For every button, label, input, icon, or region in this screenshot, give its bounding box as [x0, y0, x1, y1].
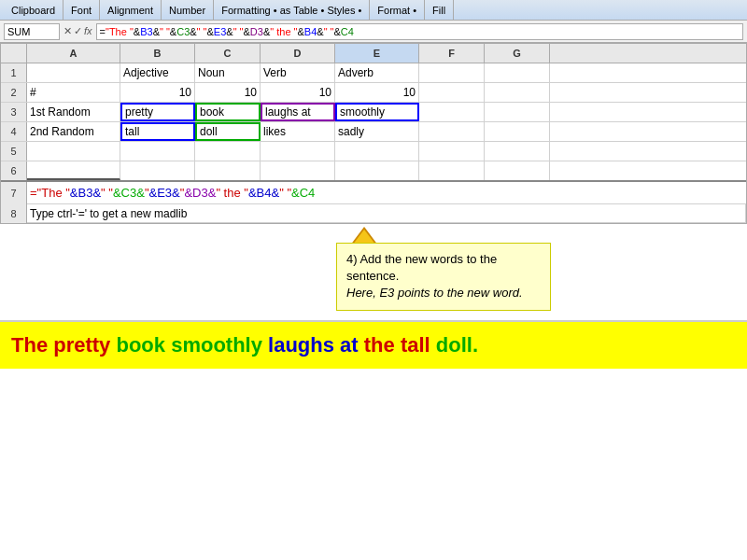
- cell-d3[interactable]: laughs at: [261, 103, 335, 121]
- sentence-pretty: pretty: [53, 333, 116, 357]
- column-headers: A B C D E F G: [1, 44, 746, 63]
- sentence-doll: doll.: [436, 333, 478, 357]
- table-row: 1 Adjective Noun Verb Adverb: [1, 63, 746, 83]
- font-section: Font: [63, 0, 100, 20]
- sentence-tall: tall: [401, 333, 436, 357]
- cell-d1[interactable]: Verb: [261, 63, 335, 82]
- row-num-1: 1: [1, 63, 27, 82]
- cell-c3[interactable]: book: [195, 103, 261, 121]
- name-box-value: SUM: [7, 26, 30, 37]
- cell-b1[interactable]: Adjective: [120, 63, 195, 82]
- col-header-a[interactable]: A: [27, 44, 120, 63]
- col-header-e[interactable]: E: [335, 44, 419, 63]
- tooltip-detail: Here, E3 points to the new word.: [346, 285, 541, 301]
- cell-d6[interactable]: [261, 161, 335, 180]
- clipboard-label: Clipboard: [11, 5, 55, 16]
- fill-section: Fill: [425, 0, 454, 20]
- cell-e5[interactable]: [335, 142, 419, 161]
- number-label: Number: [169, 5, 205, 16]
- cell-a3[interactable]: 1st Random: [27, 103, 120, 121]
- cell-f3[interactable]: [419, 103, 485, 121]
- row-num-7: 7: [1, 182, 27, 204]
- table-row: 4 2nd Random tall doll likes sadly: [1, 122, 746, 142]
- cell-e4[interactable]: sadly: [335, 122, 419, 141]
- cell-a6[interactable]: [27, 161, 120, 180]
- cell-f1[interactable]: [419, 63, 485, 82]
- formula-text: ="The "&B3&" "&C3&" "&E3&" "&D3&" the "&…: [100, 26, 354, 37]
- col-header-g[interactable]: G: [485, 44, 550, 63]
- col-header-c[interactable]: C: [195, 44, 261, 63]
- name-box[interactable]: SUM: [4, 23, 60, 40]
- cell-c6[interactable]: [195, 161, 261, 180]
- sentence-smoothly: smoothly: [171, 333, 268, 357]
- formula-row-content[interactable]: ="The "&B3&" "&C3&"&E3&"&D3&" the "&B4&"…: [27, 182, 746, 203]
- cell-g3[interactable]: [485, 103, 550, 121]
- function-icon[interactable]: fx: [84, 25, 92, 37]
- table-row: 6: [1, 161, 746, 182]
- row-num-6: 6: [1, 161, 27, 180]
- cell-b4[interactable]: tall: [120, 122, 195, 141]
- number-section: Number: [162, 0, 214, 20]
- formula-display-row: 7 ="The "&B3&" "&C3&"&E3&"&D3&" the "&B4…: [1, 182, 746, 204]
- sentence-book: book: [116, 333, 171, 357]
- cancel-icon[interactable]: ✕: [63, 25, 72, 37]
- cell-f5[interactable]: [419, 142, 485, 161]
- annotation-area: 4) Add the new words to the sentence. He…: [0, 224, 747, 369]
- cell-b2[interactable]: 10: [120, 83, 195, 102]
- cell-c1[interactable]: Noun: [195, 63, 261, 82]
- sentence-laughs: laughs at: [268, 333, 364, 357]
- cell-g4[interactable]: [485, 122, 550, 141]
- styles-label: Formatting • as Table • Styles •: [221, 5, 361, 16]
- row-num-3: 3: [1, 103, 27, 121]
- alignment-section: Alignment: [100, 0, 162, 20]
- cell-a4[interactable]: 2nd Random: [27, 122, 120, 141]
- cell-f2[interactable]: [419, 83, 485, 102]
- cell-b3[interactable]: pretty: [120, 103, 195, 121]
- hint-text: Type ctrl-'=' to get a new madlib: [30, 207, 187, 220]
- col-header-f[interactable]: F: [419, 44, 485, 63]
- corner-header: [1, 44, 27, 63]
- tooltip-step: 4) Add the new words to the sentence.: [346, 251, 541, 285]
- cell-b6[interactable]: [120, 161, 195, 180]
- cell-d4[interactable]: likes: [261, 122, 335, 141]
- ribbon: Clipboard Font Alignment Number Formatti…: [0, 0, 747, 21]
- alignment-label: Alignment: [107, 5, 153, 16]
- bottom-sentence: The pretty book smoothly laughs at the t…: [0, 320, 747, 369]
- cells-label: Format •: [377, 5, 416, 16]
- cell-f6[interactable]: [419, 161, 485, 180]
- cell-g6[interactable]: [485, 161, 550, 180]
- cell-e1[interactable]: Adverb: [335, 63, 419, 82]
- cell-g5[interactable]: [485, 142, 550, 161]
- cell-e6[interactable]: [335, 161, 419, 180]
- cell-g2[interactable]: [485, 83, 550, 102]
- cells-section: Format •: [370, 0, 425, 20]
- cell-b5[interactable]: [120, 142, 195, 161]
- cell-a2[interactable]: #: [27, 83, 120, 102]
- table-row: 2 # 10 10 10 10: [1, 83, 746, 103]
- confirm-icon[interactable]: ✓: [74, 25, 82, 37]
- cell-a5[interactable]: [27, 142, 120, 161]
- cell-f4[interactable]: [419, 122, 485, 141]
- row-num-2: 2: [1, 83, 27, 102]
- formula-input[interactable]: ="The "&B3&" "&C3&" "&E3&" "&D3&" the "&…: [96, 23, 743, 40]
- tooltip-box: 4) Add the new words to the sentence. He…: [336, 243, 551, 311]
- cell-c5[interactable]: [195, 142, 261, 161]
- styles-section: Formatting • as Table • Styles •: [214, 0, 370, 20]
- spreadsheet: A B C D E F G 1 Adjective Noun Verb Adve…: [0, 43, 747, 224]
- formula-display-text: ="The "&B3&" "&C3&"&E3&"&D3&" the "&B4&"…: [30, 186, 315, 200]
- fill-label: Fill: [432, 5, 445, 16]
- col-header-b[interactable]: B: [120, 44, 195, 63]
- cell-g1[interactable]: [485, 63, 550, 82]
- cell-e3[interactable]: smoothly: [335, 103, 419, 121]
- col-header-d[interactable]: D: [261, 44, 335, 63]
- formula-bar: SUM ✕ ✓ fx ="The "&B3&" "&C3&" "&E3&" "&…: [0, 21, 747, 43]
- cell-e2[interactable]: 10: [335, 83, 419, 102]
- cell-c2[interactable]: 10: [195, 83, 261, 102]
- cell-d2[interactable]: 10: [261, 83, 335, 102]
- row-num-5: 5: [1, 142, 27, 161]
- cell-a8[interactable]: Type ctrl-'=' to get a new madlib: [27, 204, 746, 223]
- cell-c4[interactable]: doll: [195, 122, 261, 141]
- cell-a1[interactable]: [27, 63, 120, 82]
- cell-d5[interactable]: [261, 142, 335, 161]
- font-label: Font: [71, 5, 92, 16]
